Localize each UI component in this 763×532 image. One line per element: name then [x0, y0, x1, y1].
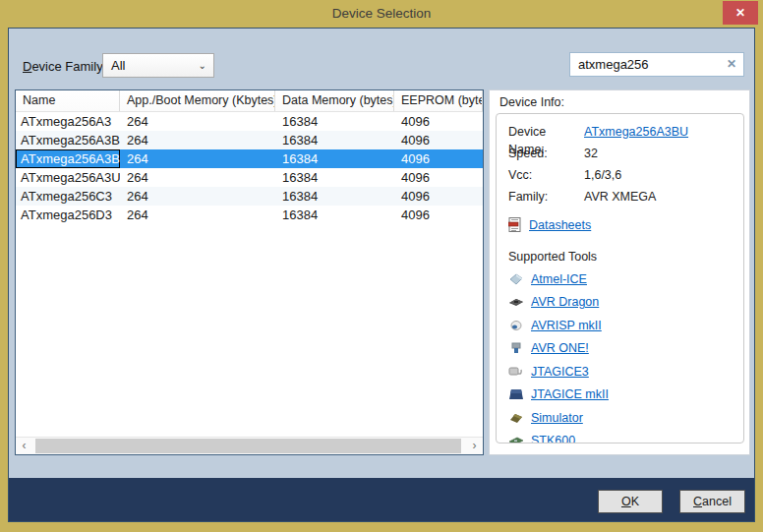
- tool-link[interactable]: STK600: [531, 434, 575, 443]
- device-table: Name App./Boot Memory (Kbytes) Data Memo…: [15, 89, 484, 455]
- avr-dragon-icon: [508, 296, 524, 308]
- tool-link[interactable]: AVR Dragon: [531, 295, 599, 309]
- device-name-label: Device Name:: [508, 123, 584, 145]
- tool-item: AVRISP mkII: [508, 317, 732, 333]
- device-family-select[interactable]: All ⌄: [102, 53, 214, 78]
- table-row[interactable]: ATxmega256D3 264 16384 4096: [16, 206, 483, 224]
- tool-item: Atmel-ICE: [508, 270, 732, 287]
- cell-name: ATxmega256A3U: [16, 168, 120, 187]
- close-button[interactable]: ✕: [723, 1, 758, 25]
- table-row[interactable]: ATxmega256C3 264 16384 4096: [16, 187, 483, 206]
- pdf-icon: [508, 217, 522, 233]
- cell-name: ATxmega256A3B: [16, 131, 120, 149]
- speed-label: Speed:: [508, 145, 584, 166]
- cancel-button[interactable]: Cancel: [679, 490, 745, 513]
- cell-data-memory: 16384: [275, 168, 394, 187]
- column-header-eeprom[interactable]: EEPROM (bytes): [394, 90, 483, 111]
- tool-item: JTAGICE mkII: [508, 386, 732, 403]
- simulator-icon: [508, 412, 524, 424]
- clear-search-icon[interactable]: ✕: [727, 53, 736, 76]
- scroll-right-icon[interactable]: ›: [466, 438, 483, 454]
- jtagice-mkii-icon: [508, 388, 524, 400]
- supported-tools-list: Atmel-ICE AVR Dragon AVRISP mkII: [508, 270, 732, 443]
- cell-name: ATxmega256A3: [16, 112, 120, 131]
- speed-row: Speed: 32: [508, 145, 732, 166]
- table-header: Name App./Boot Memory (Kbytes) Data Memo…: [16, 90, 483, 112]
- cell-eeprom: 4096: [394, 206, 483, 224]
- footer-bar: OK Cancel: [9, 478, 754, 521]
- tool-link[interactable]: JTAGICE mkII: [531, 387, 609, 401]
- tool-link[interactable]: AVR ONE!: [531, 341, 589, 355]
- window-title: Device Selection: [0, 0, 763, 28]
- search-input[interactable]: [570, 53, 718, 76]
- cell-data-memory: 16384: [275, 187, 394, 206]
- tool-item: STK600: [508, 433, 732, 444]
- tool-item: JTAGICE3: [508, 363, 732, 380]
- device-search: ✕: [569, 52, 744, 77]
- tool-item: AVR ONE!: [508, 340, 732, 357]
- cell-app-boot: 264: [120, 168, 275, 187]
- close-icon: ✕: [735, 6, 745, 20]
- tool-link[interactable]: Simulator: [531, 411, 583, 425]
- cell-eeprom: 4096: [394, 112, 483, 131]
- table-row[interactable]: ATxmega256A3B 264 16384 4096: [16, 131, 483, 149]
- scroll-left-icon[interactable]: ‹: [16, 438, 32, 454]
- family-row: Family: AVR XMEGA: [508, 188, 732, 209]
- cell-data-memory: 16384: [275, 206, 394, 224]
- vcc-row: Vcc: 1,6/3,6: [508, 166, 732, 188]
- vcc-value: 1,6/3,6: [584, 166, 621, 188]
- cell-app-boot: 264: [120, 187, 275, 206]
- column-header-app-boot-memory[interactable]: App./Boot Memory (Kbytes): [120, 90, 275, 111]
- device-info-title: Device Info:: [499, 95, 564, 109]
- tool-link[interactable]: JTAGICE3: [531, 365, 589, 379]
- vcc-label: Vcc:: [508, 166, 584, 188]
- cell-app-boot: 264: [120, 131, 275, 149]
- avrisp-mkii-icon: [508, 320, 524, 331]
- avr-one-icon: [508, 342, 524, 354]
- column-header-name[interactable]: Name: [16, 90, 120, 111]
- tool-link[interactable]: AVRISP mkII: [531, 319, 602, 332]
- jtagice3-icon: [508, 366, 524, 378]
- table-row-selected[interactable]: ATxmega256A3BU 264 16384 4096: [16, 149, 483, 168]
- cell-eeprom: 4096: [394, 187, 483, 206]
- cell-name: ATxmega256A3BU: [16, 149, 120, 168]
- family-label: Family:: [508, 188, 584, 209]
- device-name-link[interactable]: ATxmega256A3BU: [584, 123, 688, 145]
- column-header-data-memory[interactable]: Data Memory (bytes): [275, 90, 394, 111]
- ok-button[interactable]: OK: [598, 490, 663, 513]
- table-row[interactable]: ATxmega256A3U 264 16384 4096: [16, 168, 483, 187]
- cell-app-boot: 264: [120, 112, 275, 131]
- dialog-content: Device Family: All ⌄ ✕ Name App./Boot Me…: [8, 28, 755, 522]
- scrollbar-thumb[interactable]: [35, 439, 461, 453]
- cell-data-memory: 16384: [275, 131, 394, 149]
- chevron-down-icon: ⌄: [199, 54, 206, 77]
- device-info-box: Device Name: ATxmega256A3BU Speed: 32 Vc…: [496, 113, 744, 443]
- cell-data-memory: 16384: [275, 112, 394, 131]
- cell-name: ATxmega256D3: [16, 206, 120, 224]
- device-family-value: All: [111, 58, 125, 73]
- datasheets-row: Datasheets: [508, 216, 732, 234]
- atmel-ice-icon: [508, 273, 524, 285]
- table-row[interactable]: ATxmega256A3 264 16384 4096: [16, 112, 483, 131]
- stk600-icon: [508, 435, 524, 443]
- device-name-row: Device Name: ATxmega256A3BU: [508, 123, 732, 145]
- cell-name: ATxmega256C3: [16, 187, 120, 206]
- cell-eeprom: 4096: [394, 168, 483, 187]
- device-family-label: Device Family:: [23, 59, 106, 74]
- supported-tools-title: Supported Tools: [508, 250, 732, 264]
- device-info-panel: Device Info: Device Name: ATxmega256A3BU…: [489, 89, 750, 455]
- horizontal-scrollbar[interactable]: ‹ ›: [16, 437, 483, 454]
- cell-eeprom: 4096: [394, 131, 483, 149]
- cell-eeprom: 4096: [394, 149, 483, 168]
- tool-item: Simulator: [508, 409, 732, 426]
- tool-link[interactable]: Atmel-ICE: [531, 272, 587, 286]
- title-bar: Device Selection ✕: [0, 0, 763, 28]
- cell-app-boot: 264: [120, 149, 275, 168]
- speed-value: 32: [584, 145, 598, 166]
- tool-item: AVR Dragon: [508, 294, 732, 311]
- family-value: AVR XMEGA: [584, 188, 656, 209]
- cell-app-boot: 264: [120, 206, 275, 224]
- cell-data-memory: 16384: [275, 149, 394, 168]
- datasheets-link[interactable]: Datasheets: [529, 218, 591, 232]
